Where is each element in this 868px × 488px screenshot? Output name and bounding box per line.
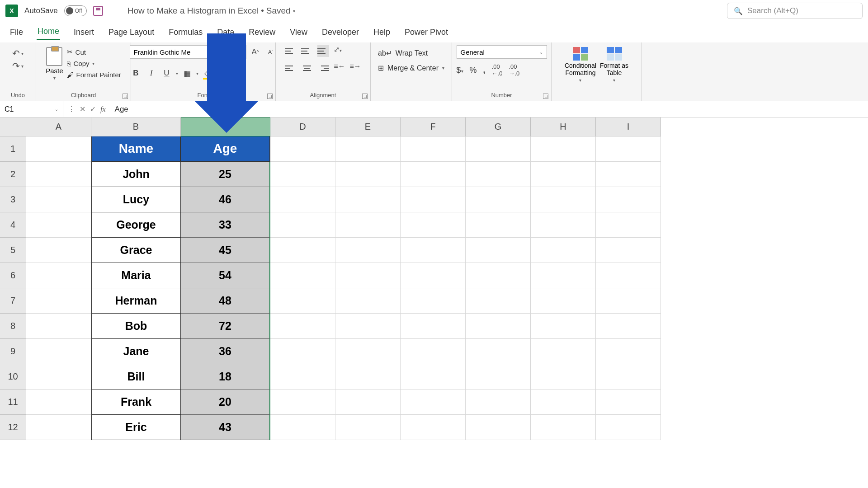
number-format-select[interactable]: General⌄: [457, 45, 547, 59]
comma-button[interactable]: ,: [483, 66, 486, 75]
cell-C8[interactable]: 72: [181, 314, 270, 339]
borders-button[interactable]: ▦: [181, 67, 193, 80]
cell-C5[interactable]: 45: [181, 238, 270, 263]
cell-G9[interactable]: [466, 339, 531, 364]
column-header-F[interactable]: F: [401, 117, 466, 136]
cell-I7[interactable]: [596, 288, 661, 314]
cell-D8[interactable]: [270, 314, 335, 339]
cell-C1[interactable]: Age: [181, 136, 270, 162]
cell-H5[interactable]: [531, 238, 596, 263]
cell-H3[interactable]: [531, 187, 596, 212]
cell-A8[interactable]: [26, 314, 91, 339]
tab-data[interactable]: Data: [216, 25, 235, 40]
formula-input[interactable]: Age: [110, 105, 868, 114]
cell-F12[interactable]: [401, 415, 466, 440]
align-right-button[interactable]: [317, 62, 329, 74]
row-header-11[interactable]: 11: [0, 389, 26, 415]
cell-A12[interactable]: [26, 415, 91, 440]
row-header-1[interactable]: 1: [0, 136, 26, 162]
cell-G10[interactable]: [466, 364, 531, 389]
font-size-select[interactable]: ⌄: [223, 45, 246, 59]
font-color-button[interactable]: A: [222, 67, 234, 80]
row-header-9[interactable]: 9: [0, 339, 26, 364]
cell-F9[interactable]: [401, 339, 466, 364]
column-header-G[interactable]: G: [466, 117, 531, 136]
cell-H8[interactable]: [531, 314, 596, 339]
title-dropdown-icon[interactable]: ▾: [293, 9, 295, 14]
cell-I9[interactable]: [596, 339, 661, 364]
cell-B5[interactable]: Grace: [91, 238, 181, 263]
tab-review[interactable]: Review: [248, 25, 276, 40]
cell-G5[interactable]: [466, 238, 531, 263]
cell-F6[interactable]: [401, 263, 466, 288]
cell-F7[interactable]: [401, 288, 466, 314]
cell-D6[interactable]: [270, 263, 335, 288]
cell-D7[interactable]: [270, 288, 335, 314]
tab-developer[interactable]: Developer: [321, 25, 360, 40]
cell-H1[interactable]: [531, 136, 596, 162]
cell-G2[interactable]: [466, 162, 531, 187]
cell-A4[interactable]: [26, 212, 91, 238]
cell-A11[interactable]: [26, 389, 91, 415]
paste-button[interactable]: Paste ▾: [46, 45, 63, 80]
column-header-B[interactable]: B: [91, 117, 181, 136]
cell-G7[interactable]: [466, 288, 531, 314]
cell-I4[interactable]: [596, 212, 661, 238]
cell-B1[interactable]: Name: [91, 136, 181, 162]
cell-E6[interactable]: [335, 263, 401, 288]
percent-button[interactable]: %: [470, 66, 477, 75]
cell-I3[interactable]: [596, 187, 661, 212]
cell-I8[interactable]: [596, 314, 661, 339]
wrap-text-button[interactable]: ab↵Wrap Text: [378, 49, 444, 57]
cell-B3[interactable]: Lucy: [91, 187, 181, 212]
cell-A10[interactable]: [26, 364, 91, 389]
tab-formulas[interactable]: Formulas: [168, 25, 203, 40]
row-header-5[interactable]: 5: [0, 238, 26, 263]
cell-A3[interactable]: [26, 187, 91, 212]
undo-button[interactable]: ↶▾: [12, 48, 24, 59]
cell-G3[interactable]: [466, 187, 531, 212]
increase-indent-button[interactable]: ≡→: [350, 62, 361, 74]
insert-function-button[interactable]: fx: [100, 105, 106, 113]
number-launcher[interactable]: [543, 94, 548, 99]
cell-B10[interactable]: Bill: [91, 364, 181, 389]
cell-F1[interactable]: [401, 136, 466, 162]
column-header-E[interactable]: E: [335, 117, 401, 136]
decrease-decimal-button[interactable]: .00→.0: [509, 63, 519, 77]
cell-E7[interactable]: [335, 288, 401, 314]
cell-F11[interactable]: [401, 389, 466, 415]
cell-H9[interactable]: [531, 339, 596, 364]
column-header-I[interactable]: I: [596, 117, 661, 136]
cell-B11[interactable]: Frank: [91, 389, 181, 415]
increase-decimal-button[interactable]: .00←.0: [492, 63, 503, 77]
row-header-3[interactable]: 3: [0, 187, 26, 212]
cell-F8[interactable]: [401, 314, 466, 339]
cell-G11[interactable]: [466, 389, 531, 415]
formula-cancel-button[interactable]: ✕: [80, 105, 85, 113]
cell-C9[interactable]: 36: [181, 339, 270, 364]
save-icon[interactable]: [93, 6, 103, 16]
row-header-8[interactable]: 8: [0, 314, 26, 339]
cell-A9[interactable]: [26, 339, 91, 364]
cell-I6[interactable]: [596, 263, 661, 288]
conditional-formatting-button[interactable]: Conditional Formatting ▾: [565, 45, 596, 83]
name-box[interactable]: C1 ⌄: [0, 101, 63, 117]
clipboard-launcher[interactable]: [123, 94, 128, 99]
column-header-C[interactable]: C✚: [181, 117, 270, 136]
cell-E11[interactable]: [335, 389, 401, 415]
shrink-font-button[interactable]: Aˇ: [264, 46, 277, 58]
select-all-corner[interactable]: [0, 117, 26, 136]
cell-C3[interactable]: 46: [181, 187, 270, 212]
cell-B6[interactable]: Maria: [91, 263, 181, 288]
cell-grid[interactable]: NameAgeJohn25Lucy46George33Grace45Maria5…: [26, 136, 868, 440]
cell-B4[interactable]: George: [91, 212, 181, 238]
cell-F2[interactable]: [401, 162, 466, 187]
row-header-2[interactable]: 2: [0, 162, 26, 187]
underline-button[interactable]: U: [160, 67, 173, 80]
cell-E3[interactable]: [335, 187, 401, 212]
column-header-D[interactable]: D: [270, 117, 335, 136]
cell-D11[interactable]: [270, 389, 335, 415]
formula-enter-button[interactable]: ✓: [90, 105, 96, 113]
cell-C4[interactable]: 33: [181, 212, 270, 238]
alignment-launcher[interactable]: [362, 94, 368, 99]
